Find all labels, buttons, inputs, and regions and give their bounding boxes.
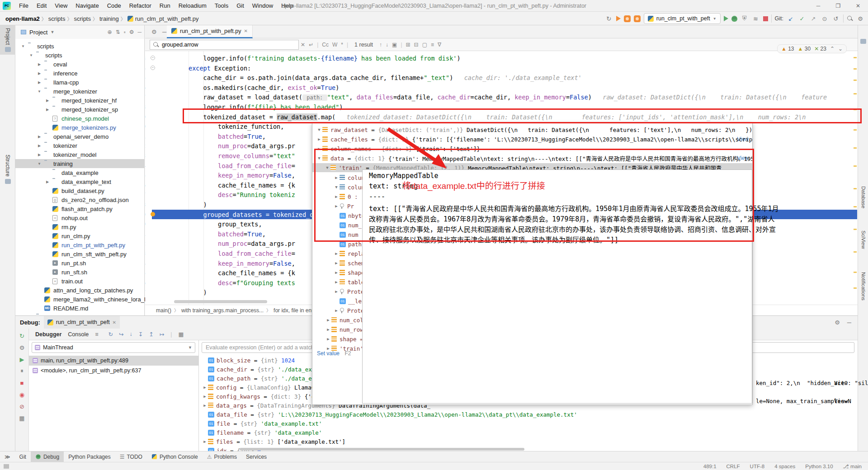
editor-breadcrumb-item[interactable]: main() [156,307,171,314]
fold-icon[interactable]: − [151,56,155,60]
tab-database[interactable]: Database [858,183,868,211]
close-icon[interactable]: ✕ [244,28,248,33]
debug-settings-icon[interactable]: ⚙ [19,344,26,351]
toolwindow-tab-python-console[interactable]: Python Console [147,451,203,462]
resume-icon[interactable]: ▶ [19,356,26,363]
warning-icon[interactable]: ▲ 13 [781,46,794,52]
prev-error-icon[interactable]: ⌃ [830,46,835,52]
selection-only-icon[interactable]: ▢ [420,42,429,48]
menu-tools[interactable]: Tools [211,1,232,10]
menu-view[interactable]: View [51,1,71,10]
run-config-selector[interactable]: run_clm_pt_with_peft▼ [644,13,721,24]
popup-row-colun[interactable]: ▶colun [312,173,362,182]
view-link[interactable]: View [834,380,848,386]
collapse-all-icon[interactable]: ⹀ [124,29,126,35]
indent-style[interactable]: 4 spaces [774,464,795,469]
breadcrumb-item[interactable]: scripts [74,15,91,22]
popup-row-table[interactable]: ▶table [312,277,362,287]
tree-item-build-dataset-py[interactable]: build_dataset.py [15,186,145,195]
tree-item-tokenizer[interactable]: ▶tokenizer [15,141,145,150]
popup-row-path[interactable]: 01path [312,240,362,249]
toolwindow-tab-services[interactable]: Services [241,451,271,462]
popup-row-__len__[interactable]: 01__len__ = [312,296,362,306]
prev-occurrence-icon[interactable]: ↑ [377,42,384,48]
expand-arrow-icon[interactable]: ▶ [45,180,50,184]
variable-row-file[interactable]: 01file = {str} 'data_example.txt' [199,419,858,428]
match-case-toggle[interactable]: Cc [320,42,330,48]
restore-layout-icon[interactable]: ▦ [19,414,26,422]
locate-icon[interactable]: ⊕ [108,29,112,35]
regex-toggle[interactable]: * [339,42,345,48]
toolwindow-chevrons[interactable]: ≫ [0,451,15,462]
hide-debug-icon[interactable]: ─ [847,319,851,326]
line-separator[interactable]: CRLF [726,464,740,469]
tree-item-attn-and-long-ctx-patches-py[interactable]: attn_and_long_ctx_patches.py [15,286,145,295]
words-toggle[interactable]: W [330,42,339,48]
popup-row-raw_dataset[interactable]: ▼raw_dataset = {DatasetDict: ('train',)}… [312,125,752,134]
step-out-icon[interactable]: ↥ [149,331,153,338]
breadcrumb-item[interactable]: scripts [48,15,66,22]
newline-icon[interactable]: ↵ [307,42,315,48]
rerun-icon[interactable]: ↻ [19,332,26,339]
tree-item-run-clm-py[interactable]: run_clm.py [15,231,145,240]
coverage-icon[interactable]: ⛨ [741,14,749,23]
debug-session-tab[interactable]: run_clm_pt_with_peft ✕ [44,316,120,329]
tree-item-flash-attn-patch-py[interactable]: flash_attn_patch.py [15,204,145,213]
reloadium-icon[interactable] [624,15,631,22]
python-interpreter[interactable]: Python 3.10 [805,464,833,469]
tree-item-run-clm-pt-with-peft-py[interactable]: run_clm_pt_with_peft.py [15,240,145,249]
step-into-icon[interactable]: ↓ [129,331,132,338]
set-value-hint[interactable]: Set value F2 [317,350,351,357]
variable-row-filename[interactable]: 01filename = {str} 'data_example' [199,428,858,437]
tree-item-train-out[interactable]: ≡train.out [15,277,145,286]
step-over-icon[interactable]: ↪ [119,331,123,338]
layout-icon[interactable]: ≡ [95,331,98,338]
tree-item-openai-server-demo[interactable]: ▶openai_server_demo [15,132,145,141]
commit-icon[interactable]: ✓ [798,14,806,23]
tree-item-merge-llama2-with-chinese-lora-low[interactable]: merge_llama2_with_chinese_lora_low [15,295,145,304]
variable-row-files[interactable]: ▶files = {list: 1} ['data_example.txt'] [199,437,858,446]
filter-icon[interactable]: ∇ [436,42,443,48]
set-value-link[interactable]: Set value [317,350,340,357]
popup-row-schem[interactable]: ▶schem [312,258,362,268]
tree-item-merged-tokenizer-sp[interactable]: ▶merged_tokenizer_sp [15,105,145,114]
show-execution-point-icon[interactable]: ↻ [108,331,113,338]
debug-button[interactable] [731,16,737,22]
menu-git[interactable]: Git [233,1,248,10]
tree-item-run-pt-sh[interactable]: ▸run_pt.sh [15,258,145,268]
debug-settings-gear-icon[interactable]: ⚙ [835,319,840,326]
profiler-icon[interactable]: ≋ [752,14,760,23]
menu-reloadium[interactable]: Reloadium [175,1,210,10]
sync-icon[interactable]: ↻ [605,14,613,23]
tree-item-llama-cpp[interactable]: ▶llama-cpp [15,78,145,87]
collapse-arrow-icon[interactable]: ▼ [37,89,42,94]
tree-item-rm-py[interactable]: rm.py [15,222,145,231]
add-filter-icon[interactable]: ⊞ [404,42,412,48]
tab-debugger[interactable]: Debugger [35,331,61,338]
tree-item-merge-tokenizers-py[interactable]: merge_tokenizers.py [15,123,145,132]
update-project-icon[interactable]: ↙ [787,14,795,23]
close-button[interactable]: ✕ [848,0,868,12]
view-link[interactable]: View [834,398,848,404]
tree-item-ds-zero2-no-offload-json[interactable]: {}ds_zero2_no_offload.json [15,195,145,204]
popup-row-num_colum[interactable]: ▶num_colum [312,315,362,324]
frame-row[interactable]: main, run_clm_pt_with_peft.py:489 [29,356,199,366]
expand-arrow-icon[interactable]: ▶ [45,108,50,112]
minimize-button[interactable]: ─ [808,0,828,12]
toolwindow-tab-debug[interactable]: Debug [31,451,64,462]
collapse-arrow-icon[interactable]: ▼ [29,53,33,57]
toolwindow-tab-todo[interactable]: ☰TODO [115,451,147,462]
tab-project[interactable]: Project [0,25,15,55]
hide-panel-icon[interactable]: ─ [162,28,166,35]
run-button[interactable] [724,16,728,21]
reloadium-run-icon[interactable] [616,16,621,21]
view-breakpoints-icon[interactable]: ◉ [19,391,26,398]
expand-all-icon[interactable]: ⇅ [116,29,120,35]
tree-item-inference[interactable]: ▶inference [15,69,145,78]
push-icon[interactable]: ↗ [809,14,817,23]
chevron-down-icon[interactable]: ▼ [50,30,54,34]
menu-file[interactable]: File [15,1,32,10]
editor-breadcrumb-item[interactable]: with training_args.main_process... [181,307,264,314]
reloadium-debug-icon[interactable] [634,15,641,22]
tree-item-merged-tokenizer-hf[interactable]: ▶merged_tokenizer_hf [15,96,145,105]
